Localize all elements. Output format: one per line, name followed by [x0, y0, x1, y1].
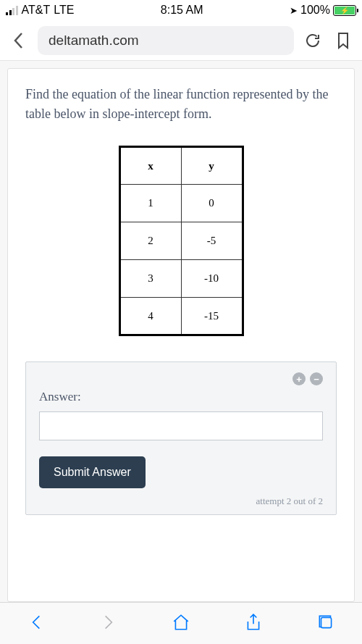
cell-y: -5	[181, 222, 243, 260]
answer-box: + − Answer: Submit Answer attempt 2 out …	[25, 361, 337, 515]
status-bar: AT&T LTE 8:15 AM ➤ 100% ⚡	[0, 0, 362, 20]
status-right: ➤ 100% ⚡	[290, 4, 356, 17]
question-card: Find the equation of the linear function…	[7, 68, 355, 602]
cell-y: 0	[181, 185, 243, 222]
carrier-label: AT&T	[22, 4, 51, 17]
url-text: deltamath.com	[49, 33, 139, 49]
table-row: 3 -10	[119, 260, 243, 298]
answer-input[interactable]	[39, 411, 323, 440]
table-row: 4 -15	[119, 298, 243, 335]
bottom-toolbar	[0, 602, 362, 644]
share-button[interactable]	[244, 613, 263, 635]
location-icon: ➤	[290, 5, 298, 16]
minus-icon[interactable]: −	[310, 372, 323, 385]
table-row: 1 0	[119, 185, 243, 222]
cell-y: -10	[181, 260, 243, 298]
header-x: x	[119, 147, 181, 185]
bookmark-button[interactable]	[332, 32, 355, 49]
data-table-wrap: x y 1 0 2 -5 3 -10 4 -15	[25, 146, 337, 336]
content-area: Find the equation of the linear function…	[0, 61, 362, 602]
battery-percent: 100%	[300, 4, 330, 17]
table-row: 2 -5	[119, 222, 243, 260]
cell-x: 1	[119, 185, 181, 222]
home-button[interactable]	[172, 613, 190, 635]
data-table: x y 1 0 2 -5 3 -10 4 -15	[119, 146, 244, 336]
header-y: y	[181, 147, 243, 185]
plus-icon[interactable]: +	[292, 372, 306, 385]
cell-x: 2	[119, 222, 181, 260]
browser-bar: deltamath.com	[0, 20, 362, 61]
attempt-counter: attempt 2 out of 2	[39, 495, 323, 507]
svg-rect-0	[321, 617, 332, 627]
question-prompt: Find the equation of the linear function…	[25, 85, 337, 124]
network-label: LTE	[54, 4, 74, 17]
status-left: AT&T LTE	[6, 4, 74, 17]
answer-label: Answer:	[39, 390, 323, 404]
status-time: 8:15 AM	[161, 4, 203, 17]
answer-controls: + −	[39, 372, 323, 385]
reload-button[interactable]	[301, 32, 324, 49]
submit-button[interactable]: Submit Answer	[39, 456, 146, 488]
battery-icon: ⚡	[333, 5, 356, 16]
table-header-row: x y	[119, 147, 243, 185]
back-button[interactable]	[7, 30, 30, 51]
tabs-button[interactable]	[316, 613, 335, 635]
nav-forward-button[interactable]	[99, 613, 118, 635]
signal-icon	[6, 6, 18, 15]
cell-x: 4	[119, 298, 181, 335]
cell-x: 3	[119, 260, 181, 298]
cell-y: -15	[181, 298, 243, 335]
url-bar[interactable]: deltamath.com	[38, 26, 294, 55]
nav-back-button[interactable]	[27, 613, 46, 635]
